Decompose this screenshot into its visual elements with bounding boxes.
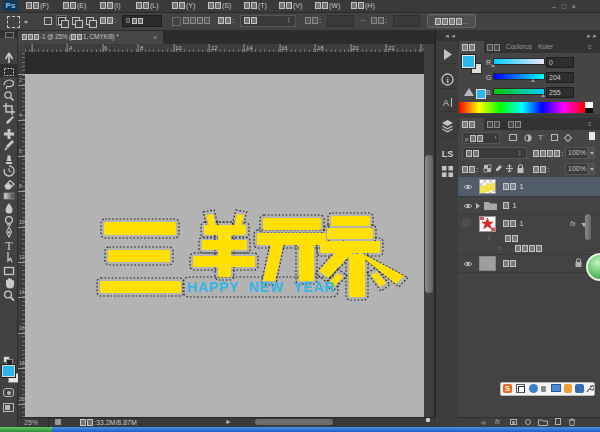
svg-text:HAPPY NEW YEAR: HAPPY NEW YEAR xyxy=(187,279,335,295)
svg-text:LS: LS xyxy=(442,149,454,159)
svg-text:i: i xyxy=(446,76,449,85)
svg-text:A: A xyxy=(443,97,450,108)
